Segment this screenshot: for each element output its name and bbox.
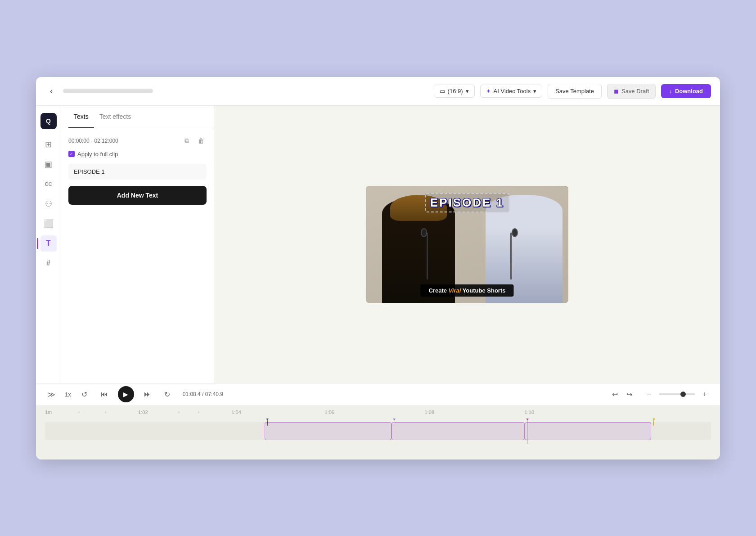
viral-banner: Create Viral Youtube Shorts [421, 284, 514, 297]
left-panel: Texts Text effects 00:00:00 - 02:12:000 … [61, 106, 214, 383]
tab-texts[interactable]: Texts [68, 106, 94, 128]
zoom-out-button[interactable]: − [643, 388, 655, 401]
zoom-slider[interactable] [659, 393, 695, 395]
ai-tools-button[interactable]: ✦ AI Video Tools ▾ [480, 85, 543, 98]
track-row [45, 422, 711, 440]
marker-gray-line [267, 420, 268, 426]
video-background: EPISODE 1 Create Viral Youtube Shorts [366, 186, 568, 303]
text-item-label: EPISODE 1 [74, 168, 105, 175]
rewind-icon: ↺ [81, 390, 87, 399]
speed-indicator: 1x [65, 391, 71, 398]
zoom-slider-thumb [680, 392, 686, 397]
main-area: Q ⊞ ▣ CC ⚇ ⬜ T # [36, 106, 720, 383]
breadcrumb [63, 89, 153, 93]
play-button[interactable]: ▶ [118, 386, 134, 402]
time-range-label: 00:00:00 - 02:12:000 [68, 138, 118, 144]
zoom-out-icon: − [647, 390, 651, 398]
save-draft-icon: ◼ [614, 88, 619, 95]
app-window: ‹ ▭ (16:9) ▾ ✦ AI Video Tools ▾ Save Tem… [36, 77, 720, 459]
marker-purple [392, 419, 397, 426]
aspect-ratio-chevron-icon: ▾ [466, 88, 469, 95]
back-button[interactable]: ‹ [45, 85, 58, 97]
bottom-timeline: ≫ 1x ↺ ⏮ ▶ ⏭ ↻ 01:08.4 / 07:40.9 [36, 383, 720, 459]
text-item-episode1[interactable]: EPISODE 1 [68, 164, 207, 180]
collapse-icon: ≫ [48, 390, 55, 399]
time-range-row: 00:00:00 - 02:12:000 ⧉ 🗑 [68, 135, 207, 146]
redo-icon: ↪ [626, 390, 632, 399]
loop-button[interactable]: ↻ [161, 388, 174, 401]
ruler-dot [78, 411, 80, 413]
marker-pink [525, 419, 530, 444]
sidebar-item-hash[interactable]: # [40, 255, 57, 271]
ruler-label-106: 1:06 [325, 410, 334, 415]
save-draft-button[interactable]: ◼ Save Draft [607, 84, 656, 99]
mic-head-left [421, 228, 427, 237]
icon-actions: ⧉ 🗑 [181, 135, 207, 146]
add-new-text-button[interactable]: Add New Text [68, 186, 207, 205]
timeline-controls: ≫ 1x ↺ ⏮ ▶ ⏭ ↻ 01:08.4 / 07:40.9 [36, 383, 720, 406]
skip-forward-icon: ⏭ [144, 390, 151, 398]
mic-stand-right [510, 233, 512, 279]
viral-word: Viral [449, 287, 461, 294]
sidebar-item-cc[interactable]: CC [40, 176, 57, 192]
sidebar-item-text[interactable]: T [40, 235, 57, 252]
aspect-ratio-button[interactable]: ▭ (16:9) ▾ [434, 85, 475, 98]
cc-icon: CC [45, 181, 52, 187]
viral-text-before: Create [429, 287, 449, 294]
panel-tabs: Texts Text effects [61, 106, 214, 128]
play-icon: ▶ [123, 391, 128, 398]
copy-icon[interactable]: ⧉ [181, 135, 192, 146]
timeline-tracks [36, 419, 720, 459]
undo-redo-controls: ↩ ↪ [608, 388, 635, 401]
undo-button[interactable]: ↩ [608, 388, 621, 401]
hash-icon: # [46, 259, 50, 267]
marker-pink-line [527, 420, 527, 444]
track-segment-3[interactable] [525, 422, 651, 440]
time-display: 01:08.4 / 07:40.9 [183, 391, 223, 397]
timeline-ruler: 1m 1:02 1:04 1:06 1:08 1:10 [36, 406, 720, 419]
timeline-collapse-button[interactable]: ≫ [45, 388, 58, 401]
ruler-label-108: 1:08 [425, 410, 434, 415]
skip-forward-button[interactable]: ⏭ [141, 388, 154, 401]
aspect-ratio-box-icon: ▭ [440, 88, 445, 95]
download-label: Download [675, 88, 703, 95]
apply-full-clip-row: ✓ Apply to full clip [68, 151, 207, 158]
logo-text: Q [46, 117, 51, 125]
active-indicator [37, 238, 38, 249]
delete-icon[interactable]: 🗑 [196, 135, 207, 146]
marker-gold-line [653, 420, 654, 426]
image-icon: ⬜ [44, 219, 54, 229]
marker-gold [651, 419, 657, 426]
redo-button[interactable]: ↪ [623, 388, 635, 401]
mic-stand-left [427, 233, 428, 279]
track-segment-2[interactable] [392, 422, 525, 440]
ruler-dot [105, 411, 106, 413]
download-button[interactable]: ↓ Download [661, 84, 711, 98]
ai-tools-chevron-icon: ▾ [533, 88, 536, 95]
ai-tools-label: AI Video Tools [494, 88, 531, 95]
track-segment-1[interactable] [265, 422, 391, 440]
ai-tools-wand-icon: ✦ [486, 88, 491, 95]
save-draft-label: Save Draft [621, 88, 649, 95]
tab-text-effects[interactable]: Text effects [94, 106, 137, 128]
save-template-button[interactable]: Save Template [548, 84, 602, 99]
rewind-button[interactable]: ↺ [78, 388, 91, 401]
center-preview: EPISODE 1 Create Viral Youtube Shorts [214, 106, 720, 383]
sidebar-item-grid[interactable]: ⊞ [40, 136, 57, 153]
sidebar-item-users[interactable]: ⚇ [40, 196, 57, 212]
apply-full-clip-checkbox[interactable]: ✓ [68, 151, 75, 157]
ruler-marks: 1m 1:02 1:04 1:06 1:08 1:10 [45, 406, 711, 419]
episode-text-display: EPISODE 1 [430, 196, 504, 209]
apply-full-clip-label: Apply to full clip [77, 151, 118, 158]
zoom-controls: − + [643, 388, 711, 401]
download-icon: ↓ [669, 88, 672, 95]
aspect-ratio-label: (16:9) [448, 88, 463, 95]
zoom-in-button[interactable]: + [698, 388, 711, 401]
skip-back-button[interactable]: ⏮ [98, 388, 111, 401]
ruler-label-110: 1:10 [525, 410, 534, 415]
marker-gray [265, 419, 270, 426]
sidebar-item-image[interactable]: ⬜ [40, 216, 57, 232]
sidebar-item-film[interactable]: ▣ [40, 156, 57, 172]
undo-icon: ↩ [612, 390, 618, 399]
app-logo: Q [40, 113, 57, 129]
